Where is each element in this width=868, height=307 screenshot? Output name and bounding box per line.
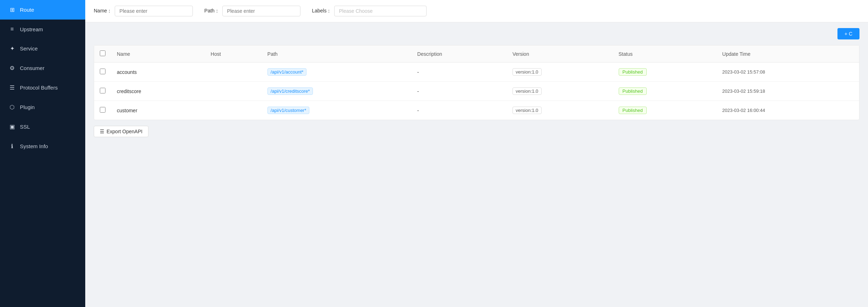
version-tag: version:1.0: [512, 68, 542, 76]
row-description: -: [412, 63, 507, 82]
sidebar-item-label: System Info: [20, 143, 48, 149]
sidebar-item-plugin[interactable]: ⬡ Plugin: [0, 97, 85, 117]
labels-filter-label: Labels：: [312, 8, 331, 14]
row-update-time: 2023-03-02 15:57:08: [717, 63, 859, 82]
row-host: [205, 63, 262, 82]
row-path: /api/v1/account*: [262, 63, 412, 82]
status-badge: Published: [619, 107, 647, 114]
export-icon: ☰: [100, 129, 104, 134]
col-update-time: Update Time: [717, 45, 859, 63]
col-path: Path: [262, 45, 412, 63]
table-row: accounts /api/v1/account* - version:1.0 …: [94, 63, 859, 82]
sidebar-item-label: Plugin: [20, 104, 35, 110]
table-row: creditscore /api/v1/creditscore* - versi…: [94, 82, 859, 101]
status-badge: Published: [619, 87, 647, 95]
path-tag: /api/v1/account*: [267, 68, 307, 76]
upstream-icon: ≡: [9, 26, 16, 32]
path-filter-input[interactable]: [222, 6, 300, 16]
row-update-time: 2023-03-02 15:59:18: [717, 82, 859, 101]
service-icon: ✦: [9, 45, 16, 52]
col-description: Description: [412, 45, 507, 63]
version-tag: version:1.0: [512, 107, 542, 114]
select-all-header: [94, 45, 111, 63]
row-checkbox-cell: [94, 63, 111, 82]
row-version: version:1.0: [507, 63, 613, 82]
labels-filter-select[interactable]: Please Choose: [334, 6, 427, 16]
select-all-checkbox[interactable]: [100, 50, 105, 56]
action-bar: + C: [85, 22, 868, 45]
table-row: customer /api/v1/customer* - version:1.0…: [94, 101, 859, 120]
row-host: [205, 82, 262, 101]
sidebar-item-label: Upstream: [20, 26, 43, 32]
routes-table: Name Host Path Description Version Statu…: [94, 45, 859, 120]
consumer-icon: ⚙: [9, 65, 16, 71]
row-version: version:1.0: [507, 101, 613, 120]
plugin-icon: ⬡: [9, 104, 16, 111]
name-filter-label: Name：: [94, 8, 112, 14]
sidebar: ⊞ Route ≡ Upstream ✦ Service ⚙ Consumer …: [0, 0, 85, 307]
sidebar-item-label: Protocol Buffers: [20, 85, 58, 91]
row-description: -: [412, 82, 507, 101]
row-status: Published: [613, 63, 717, 82]
row-checkbox-cell: [94, 82, 111, 101]
content-area: + C Name Host Path Description Version S…: [85, 22, 868, 307]
export-button-label: Export OpenAPI: [107, 129, 142, 134]
row-name: customer: [111, 101, 205, 120]
sidebar-item-consumer[interactable]: ⚙ Consumer: [0, 58, 85, 78]
route-icon: ⊞: [9, 6, 16, 13]
row-path: /api/v1/customer*: [262, 101, 412, 120]
sidebar-item-label: Consumer: [20, 65, 44, 71]
row-description: -: [412, 101, 507, 120]
path-filter-group: Path：: [204, 6, 300, 16]
col-host: Host: [205, 45, 262, 63]
labels-filter-group: Labels： Please Choose: [312, 6, 427, 16]
row-checkbox[interactable]: [100, 88, 105, 93]
row-version: version:1.0: [507, 82, 613, 101]
protocol-buffers-icon: ☰: [9, 84, 16, 91]
system-info-icon: ℹ: [9, 143, 16, 150]
sidebar-item-protocol-buffers[interactable]: ☰ Protocol Buffers: [0, 78, 85, 97]
name-filter-group: Name：: [94, 6, 193, 16]
row-checkbox[interactable]: [100, 69, 105, 74]
row-checkbox[interactable]: [100, 107, 105, 113]
sidebar-item-service[interactable]: ✦ Service: [0, 39, 85, 58]
path-tag: /api/v1/customer*: [267, 107, 309, 114]
row-status: Published: [613, 82, 717, 101]
table-header-row: Name Host Path Description Version Statu…: [94, 45, 859, 63]
sidebar-item-label: Service: [20, 45, 38, 52]
export-bar: ☰ Export OpenAPI: [85, 120, 868, 143]
row-checkbox-cell: [94, 101, 111, 120]
status-badge: Published: [619, 68, 647, 76]
sidebar-item-upstream[interactable]: ≡ Upstream: [0, 20, 85, 39]
create-button[interactable]: + C: [837, 28, 859, 39]
col-status: Status: [613, 45, 717, 63]
path-tag: /api/v1/creditscore*: [267, 87, 313, 95]
routes-table-container: Name Host Path Description Version Statu…: [94, 45, 859, 120]
export-openapi-button[interactable]: ☰ Export OpenAPI: [94, 126, 148, 137]
row-host: [205, 101, 262, 120]
col-version: Version: [507, 45, 613, 63]
ssl-icon: ▣: [9, 123, 16, 130]
row-path: /api/v1/creditscore*: [262, 82, 412, 101]
name-filter-input[interactable]: [115, 6, 193, 16]
row-status: Published: [613, 101, 717, 120]
sidebar-item-label: Route: [20, 7, 34, 13]
row-update-time: 2023-03-02 16:00:44: [717, 101, 859, 120]
col-name: Name: [111, 45, 205, 63]
sidebar-item-ssl[interactable]: ▣ SSL: [0, 117, 85, 136]
sidebar-item-label: SSL: [20, 124, 30, 130]
filter-bar: Name： Path： Labels： Please Choose: [85, 0, 868, 22]
sidebar-item-system-info[interactable]: ℹ System Info: [0, 136, 85, 156]
row-name: accounts: [111, 63, 205, 82]
main-content: Name： Path： Labels： Please Choose + C: [85, 0, 868, 307]
version-tag: version:1.0: [512, 87, 542, 95]
path-filter-label: Path：: [204, 8, 219, 14]
sidebar-item-route[interactable]: ⊞ Route: [0, 0, 85, 20]
row-name: creditscore: [111, 82, 205, 101]
